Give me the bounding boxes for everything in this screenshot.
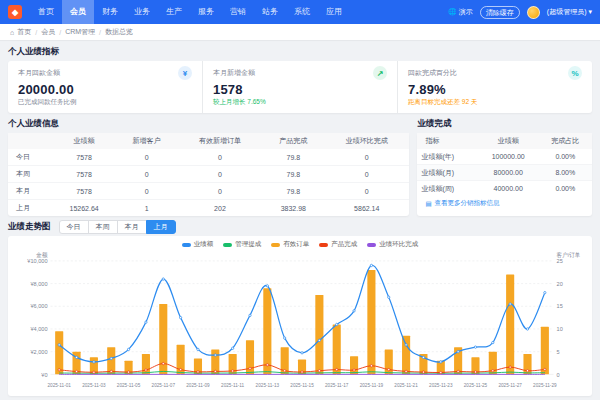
indicator-name: 业绩额(年) [417, 149, 477, 165]
column-header: 业绩额 [478, 133, 539, 149]
legend-label: 业绩环比完成 [379, 240, 418, 249]
username-label: (超级管理员) [547, 7, 587, 17]
breadcrumb-item: 数据总览 [105, 27, 133, 37]
bar-2025-11-18 [350, 356, 358, 374]
kpi-card: 本月新增金额↗1578较上月增长 7.65% [203, 61, 398, 113]
legend-item-业绩环比完成[interactable]: 业绩环比完成 [367, 240, 418, 249]
kpi-label: 本月回款金额 [18, 68, 60, 78]
breadcrumb-item[interactable]: 首页 [17, 27, 31, 37]
chart-tab-本周[interactable]: 本周 [88, 220, 118, 234]
breadcrumb-item[interactable]: 会员 [41, 27, 55, 37]
legend-swatch-icon [319, 243, 328, 247]
svg-text:2025-11-11: 2025-11-11 [221, 383, 244, 388]
svg-text:10: 10 [557, 326, 563, 332]
cell-value: 0 [177, 149, 262, 166]
table-header-row: 指标业绩额完成占比 [417, 133, 592, 149]
svg-text:2025-11-19: 2025-11-19 [360, 383, 384, 388]
kpi-label: 回款完成百分比 [408, 68, 457, 78]
row-label: 上月 [8, 200, 52, 217]
svg-text:2025-11-09: 2025-11-09 [186, 383, 210, 388]
bar-2025-11-29 [541, 327, 549, 375]
svg-text:2025-11-15: 2025-11-15 [290, 383, 314, 388]
legend-item-业绩额[interactable]: 业绩额 [182, 240, 214, 249]
svg-text:15: 15 [557, 303, 563, 309]
performance-section-title: 个人业绩信息 [8, 118, 409, 130]
cell-value: 3832.98 [263, 200, 324, 217]
svg-text:2025-11-29: 2025-11-29 [533, 383, 557, 388]
legend-label: 业绩额 [194, 240, 214, 249]
cell-value: 202 [177, 200, 262, 217]
nav-item-站务[interactable]: 站务 [254, 0, 286, 24]
bar-2025-11-27 [506, 275, 514, 375]
kpi-label: 本月新增金额 [213, 68, 255, 78]
cell-value: 0 [177, 166, 262, 183]
chart-card: 业绩额管理提成有效订单产品完成业绩环比完成 ¥00¥2,0005¥4,00010… [8, 236, 592, 396]
bar-2025-11-19 [367, 270, 375, 374]
cell-value: 0 [324, 166, 409, 183]
breadcrumb: ⌂ 首页/会员/CRM管理/数据总览 [0, 24, 600, 40]
table-row: 业绩额(年)100000.000.00% [417, 149, 592, 165]
kpi-subtext: 已完成回款任务比例 [18, 98, 192, 107]
breadcrumb-item[interactable]: CRM管理 [65, 27, 95, 37]
globe-icon: 🌐 [448, 8, 457, 16]
nav-item-业务[interactable]: 业务 [126, 0, 158, 24]
indicator-value: 100000.00 [478, 149, 539, 165]
kpi-card: 回款完成百分比%7.89%距离目标完成还差 92 天 [398, 61, 592, 113]
svg-text:2025-11-17: 2025-11-17 [325, 383, 349, 388]
chart-tab-本月[interactable]: 本月 [117, 220, 147, 234]
chart-legend: 业绩额管理提成有效订单产品完成业绩环比完成 [12, 238, 588, 250]
bar-2025-11-21 [402, 336, 410, 375]
bar-2025-11-16 [315, 295, 323, 374]
chart-tab-今日[interactable]: 今日 [59, 220, 89, 234]
cell-value: 5862.14 [324, 200, 409, 217]
legend-item-管理提成[interactable]: 管理提成 [223, 240, 261, 249]
nav-item-应用[interactable]: 应用 [318, 0, 350, 24]
more-indicators-label: 查看更多分销指标信息 [435, 199, 500, 208]
clear-cache-button[interactable]: 清除缓存 [480, 6, 520, 19]
svg-text:5: 5 [557, 349, 560, 355]
kpi-subtext: 较上月增长 7.65% [213, 98, 387, 107]
column-header: 业绩额 [52, 133, 115, 149]
more-indicators-link[interactable]: ▤ 查看更多分销指标信息 [417, 196, 592, 212]
table-header-row: 业绩额新增客户有效新增订单产品完成业绩环比完成 [8, 133, 409, 149]
legend-label: 产品完成 [331, 240, 357, 249]
table-row: 本月75780079.80 [8, 183, 409, 200]
bar-2025-11-17 [333, 324, 341, 374]
chevron-down-icon: ▾ [588, 8, 592, 16]
indicator-ratio: 8.00% [539, 165, 592, 181]
legend-swatch-icon [367, 243, 376, 247]
indicator-value: 80000.00 [478, 165, 539, 181]
legend-item-产品完成[interactable]: 产品完成 [319, 240, 357, 249]
svg-text:¥10,000: ¥10,000 [27, 258, 47, 264]
row-label: 今日 [8, 149, 52, 166]
cell-value: 0 [116, 166, 177, 183]
table-row: 今日75780079.80 [8, 149, 409, 166]
nav-item-系统[interactable]: 系统 [286, 0, 318, 24]
app-logo-icon[interactable]: ◆ [8, 5, 22, 19]
table-row: 业绩额(周)40000.000.00% [417, 181, 592, 197]
cell-value: 7578 [52, 183, 115, 200]
demo-site-link[interactable]: 🌐 演示 [448, 7, 473, 17]
nav-item-生产[interactable]: 生产 [158, 0, 190, 24]
nav-item-营销[interactable]: 营销 [222, 0, 254, 24]
svg-text:2025-11-27: 2025-11-27 [498, 383, 522, 388]
avatar[interactable] [527, 6, 540, 19]
nav-item-首页[interactable]: 首页 [30, 0, 62, 24]
nav-item-服务[interactable]: 服务 [190, 0, 222, 24]
cell-value: 79.8 [263, 149, 324, 166]
cell-value: 79.8 [263, 183, 324, 200]
nav-item-财务[interactable]: 财务 [94, 0, 126, 24]
indicator-name: 业绩额(周) [417, 181, 477, 197]
navbar-right: 🌐 演示 清除缓存 (超级管理员) ▾ [448, 6, 592, 19]
user-menu[interactable]: (超级管理员) ▾ [547, 7, 592, 17]
svg-text:2025-11-03: 2025-11-03 [82, 383, 106, 388]
breadcrumb-items: 首页/会员/CRM管理/数据总览 [17, 27, 133, 37]
svg-text:2025-11-05: 2025-11-05 [117, 383, 141, 388]
chart-period-tabs: 今日本周本月上月 [59, 220, 176, 234]
chart-tab-上月[interactable]: 上月 [146, 220, 176, 234]
legend-item-有效订单[interactable]: 有效订单 [271, 240, 309, 249]
percent-icon: % [568, 66, 582, 80]
home-icon: ⌂ [10, 29, 14, 36]
nav-item-会员[interactable]: 会员 [62, 0, 94, 24]
column-header: 有效新增订单 [177, 133, 262, 149]
